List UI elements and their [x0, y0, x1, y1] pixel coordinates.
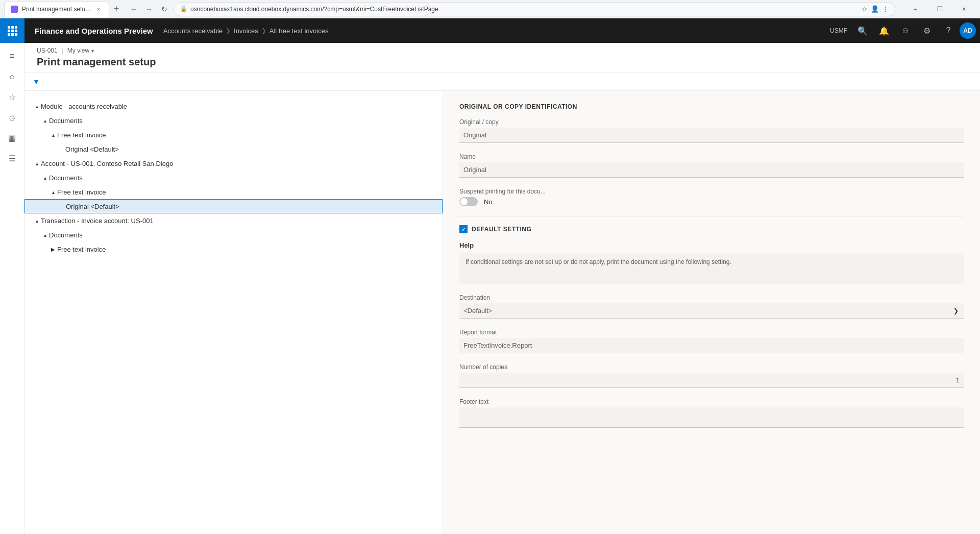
smiley-button[interactable]: ☺ — [895, 20, 916, 41]
tree-label-documents-account: Documents — [49, 174, 443, 182]
help-text: If conditional settings are not set up o… — [459, 253, 964, 284]
suspend-toggle-row: No — [459, 197, 964, 206]
tree-item-original-account-selected[interactable]: Original <Default> — [24, 199, 443, 213]
notifications-button[interactable]: 🔔 — [874, 20, 894, 41]
body-split: ▴ Module - accounts receivable ▴ Documen… — [24, 91, 980, 534]
page-title: Print management setup — [37, 56, 968, 72]
tree-label-fti-transaction: Free text invoice — [57, 246, 443, 253]
user-profile-icon[interactable]: 👤 — [871, 5, 879, 13]
tree-item-module[interactable]: ▴ Module - accounts receivable — [24, 99, 443, 113]
nav-breadcrumb: Accounts receivable ❯ Invoices ❯ All fre… — [163, 27, 329, 35]
tree-item-transaction[interactable]: ▴ Transaction - Invoice account: US-001 — [24, 213, 443, 228]
address-bar-icons: ☆ 👤 ⋮ — [862, 5, 889, 13]
page-header: US-001 | My view ▾ Print management setu… — [24, 43, 980, 72]
star-bookmark-icon[interactable]: ☆ — [862, 5, 868, 13]
app-title: Finance and Operations Preview — [24, 27, 163, 35]
close-button[interactable]: × — [952, 1, 976, 17]
restore-button[interactable]: ❐ — [928, 1, 951, 17]
expand-docs-transaction-icon: ▴ — [41, 231, 49, 239]
entity-label: US-001 — [37, 47, 58, 54]
tree-label-original-account: Original <Default> — [66, 203, 442, 210]
default-setting-title: DEFAULT SETTING — [472, 226, 531, 233]
star-icon[interactable]: ☆ — [3, 88, 21, 106]
original-copy-input[interactable]: Original — [459, 128, 964, 143]
name-input[interactable]: Original — [459, 162, 964, 178]
tree-label-documents-transaction: Documents — [49, 231, 443, 239]
more-options-icon[interactable]: ⋮ — [882, 5, 889, 13]
copies-input[interactable]: 1 — [459, 373, 964, 388]
main-layout: ≡ ⌂ ☆ ◷ ▦ ☰ US-001 | My view ▾ Print man… — [0, 43, 980, 534]
expand-module-icon: ▴ — [33, 102, 41, 110]
breadcrumb-accounts-receivable[interactable]: Accounts receivable — [163, 27, 223, 35]
footer-text-input[interactable] — [459, 407, 964, 428]
browser-tab-active[interactable]: Print management setu... × — [4, 1, 109, 17]
waffle-menu-button[interactable] — [0, 18, 24, 43]
tree-item-fti-transaction[interactable]: ▶ Free text invoice — [24, 242, 443, 256]
lock-icon: 🔒 — [180, 6, 187, 12]
calendar-icon[interactable]: ▦ — [3, 129, 21, 147]
suspend-toggle-label: No — [484, 198, 493, 206]
tree-label-module: Module - accounts receivable — [41, 103, 443, 110]
tab-title: Print management setu... — [22, 6, 90, 13]
expand-fti-module-icon: ▴ — [49, 131, 57, 139]
back-button[interactable]: ← — [128, 3, 140, 15]
browser-controls: ← → ↻ 🔒 usnconeboxax1aos.cloud.onebox.dy… — [124, 0, 899, 18]
window-controls: − ❐ × — [903, 1, 976, 17]
hamburger-icon[interactable]: ≡ — [3, 47, 21, 65]
list-icon[interactable]: ☰ — [3, 149, 21, 167]
default-setting-header: ✓ DEFAULT SETTING — [459, 225, 964, 233]
tab-favicon — [11, 6, 18, 13]
meta-divider: | — [62, 47, 63, 54]
view-label: My view — [67, 47, 89, 54]
breadcrumb-all-free-text[interactable]: All free text invoices — [270, 27, 329, 35]
tree-item-documents-module[interactable]: ▴ Documents — [24, 113, 443, 128]
name-value: Original — [463, 166, 486, 174]
chevron-down-icon: ▾ — [91, 48, 94, 54]
field-group-copies: Number of copies 1 — [459, 363, 964, 388]
tree-label-account: Account - US-001, Contoso Retail San Die… — [41, 160, 443, 167]
refresh-button[interactable]: ↻ — [158, 3, 170, 15]
new-tab-button[interactable]: + — [109, 2, 124, 16]
search-button[interactable]: 🔍 — [852, 20, 873, 41]
tree-item-account[interactable]: ▴ Account - US-001, Contoso Retail San D… — [24, 156, 443, 171]
destination-input[interactable]: <Default> — [459, 303, 948, 319]
minimize-button[interactable]: − — [903, 1, 927, 17]
field-group-report-format: Report format FreeTextInvoice.Report — [459, 329, 964, 353]
home-icon[interactable]: ⌂ — [3, 67, 21, 86]
recent-icon[interactable]: ◷ — [3, 108, 21, 127]
suspend-toggle[interactable] — [459, 197, 478, 206]
view-selector[interactable]: My view ▾ — [67, 47, 94, 54]
chevron-right-icon: ❯ — [953, 307, 959, 314]
waffle-grid — [8, 26, 17, 36]
report-format-input[interactable]: FreeTextInvoice.Report — [459, 338, 964, 353]
original-copy-value: Original — [463, 131, 486, 139]
forward-button[interactable]: → — [143, 3, 155, 15]
page-meta: US-001 | My view ▾ — [37, 47, 968, 54]
toolbar: ▼ — [24, 72, 980, 91]
default-setting-checkbox[interactable]: ✓ — [459, 225, 468, 233]
tab-close-button[interactable]: × — [94, 5, 103, 13]
tree-item-documents-account[interactable]: ▴ Documents — [24, 171, 443, 185]
settings-button[interactable]: ⚙ — [917, 20, 937, 41]
expand-docs-account-icon: ▴ — [41, 174, 49, 182]
tree-item-original-module[interactable]: Original <Default> — [24, 142, 443, 156]
tree-item-documents-transaction[interactable]: ▴ Documents — [24, 228, 443, 242]
name-label: Name — [459, 153, 964, 160]
user-avatar[interactable]: AD — [960, 22, 976, 39]
address-bar[interactable]: 🔒 usnconeboxax1aos.cloud.onebox.dynamics… — [174, 2, 895, 16]
expand-account-icon: ▴ — [33, 159, 41, 167]
help-button[interactable]: ? — [938, 20, 959, 41]
browser-chrome: Print management setu... × + ← → ↻ 🔒 usn… — [0, 0, 980, 18]
filter-button[interactable]: ▼ — [29, 75, 44, 89]
section-title-id: ORIGINAL OR COPY IDENTIFICATION — [459, 103, 964, 110]
breadcrumb-invoices[interactable]: Invoices — [234, 27, 258, 35]
app-wrapper: Finance and Operations Preview Accounts … — [0, 18, 980, 534]
tree-item-fti-module[interactable]: ▴ Free text invoice — [24, 128, 443, 142]
expand-original-account-icon — [58, 202, 66, 210]
help-heading: Help — [459, 241, 964, 249]
destination-expand-button[interactable]: ❯ — [948, 303, 964, 319]
filter-icon: ▼ — [33, 78, 40, 86]
tree-item-fti-account[interactable]: ▴ Free text invoice — [24, 185, 443, 199]
sidebar-icons: ≡ ⌂ ☆ ◷ ▦ ☰ — [0, 43, 24, 534]
usmf-label: USMF — [826, 27, 851, 34]
